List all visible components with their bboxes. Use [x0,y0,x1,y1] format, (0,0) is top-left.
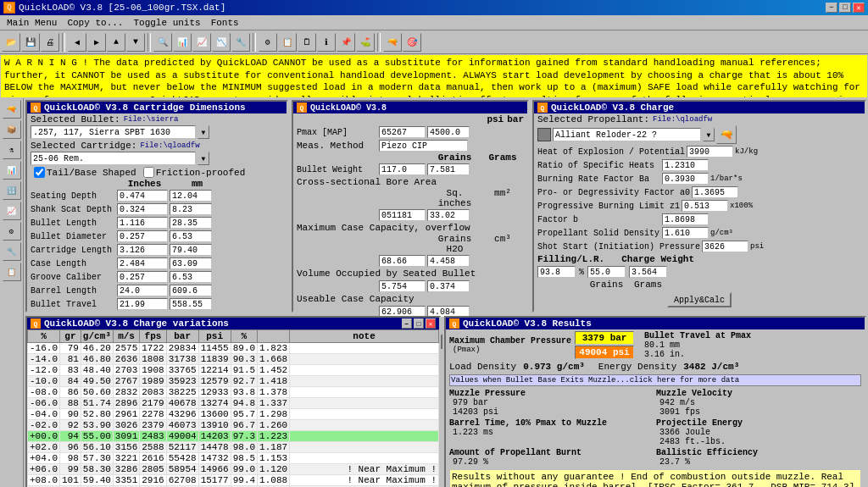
bullet-dropdown-arrow[interactable]: ▼ [198,125,209,139]
toolbar-btn-5[interactable]: ▶ [87,33,106,52]
bullet-select[interactable] [31,125,196,139]
toolbar-btn-13[interactable]: ⚙ [259,33,277,52]
variations-close[interactable]: ✕ [426,318,436,329]
variations-maximize[interactable]: □ [414,318,424,329]
toolbar-btn-1[interactable]: 📂 [2,33,20,52]
charge-field-input-0[interactable] [687,146,733,158]
sidebar-icon-4[interactable]: 📊 [3,161,21,180]
charge-grains-input[interactable] [587,266,626,278]
toolbar-btn-9[interactable]: 📊 [173,33,192,52]
tail-base-checkbox[interactable] [34,167,45,178]
propellant-dropdown-arrow[interactable]: ▼ [703,128,715,141]
sidebar-icon-5[interactable]: 🔢 [3,181,21,200]
dim-mm-8[interactable] [170,298,212,310]
bullet-weight-row: Bullet Weight [293,163,527,176]
toolbar-btn-6[interactable]: ▲ [107,33,125,52]
tail-base-checkbox-label[interactable]: Tail/Base Shaped [34,167,136,178]
vol-seated-input[interactable] [379,280,426,292]
meas-method-input[interactable] [379,140,468,152]
charge-field-input-6[interactable] [662,227,709,239]
charge-field-input-4[interactable] [682,200,728,212]
toolbar-btn-16[interactable]: ℹ [317,33,336,52]
pmax-bar-input[interactable] [427,126,470,138]
sidebar-icon-7[interactable]: ⚙ [3,222,21,241]
dim-mm-0[interactable] [170,190,212,202]
toolbar-btn-7[interactable]: ▼ [126,33,145,52]
menu-fonts[interactable]: Fonts [206,17,244,29]
sidebar-icon-2[interactable]: 📦 [3,120,21,139]
toolbar-btn-18[interactable]: ⛳ [356,33,375,52]
charge-field-input-2[interactable] [662,173,709,185]
dim-inches-3[interactable] [117,230,168,242]
dim-inches-5[interactable] [117,257,168,269]
charge-grams-input[interactable] [629,266,667,278]
max-case-grains-input[interactable] [379,255,426,267]
menu-copy[interactable]: Copy to... [62,17,128,29]
close-button[interactable]: ✕ [853,3,865,13]
toolbar-btn-15[interactable]: 🗒 [298,33,316,52]
cartridge-select[interactable] [31,152,196,165]
dim-inches-2[interactable] [117,217,168,229]
sidebar: 🔫 📦 ⚗ 📊 🔢 📈 ⚙ 🔧 📋 [0,98,24,487]
charge-field-input-5[interactable] [662,213,709,225]
barrel-time-label: Barrel Time, 10% Pmax to Muzzle [449,418,654,428]
charge-cell-12-0: +08.0 [28,475,60,486]
toolbar-btn-17[interactable]: 📌 [337,33,355,52]
toolbar-btn-10[interactable]: 📈 [192,33,211,52]
dim-mm-1[interactable] [170,203,212,215]
charge-cell-1-7: 90.3 [231,354,257,365]
charge-field-input-7[interactable] [702,241,748,252]
cross-sect-sqin-input[interactable] [379,209,426,221]
cartridge-dropdown-arrow[interactable]: ▼ [198,152,209,165]
toolbar-btn-14[interactable]: 📋 [278,33,297,52]
dim-inches-0[interactable] [117,190,168,202]
toolbar-btn-20[interactable]: 🎯 [403,33,421,52]
dim-mm-6[interactable] [170,271,212,283]
propellant-img-icon[interactable]: 🔫 [716,125,737,144]
sidebar-icon-8[interactable]: 🔧 [3,242,21,261]
dim-mm-2[interactable] [170,217,212,229]
charge-field-input-1[interactable] [662,159,709,171]
max-case-cm3-input[interactable] [427,255,470,267]
bullet-weight-grains-input[interactable] [379,163,426,175]
friction-proofed-checkbox[interactable] [143,167,154,178]
charge-cell-7-7: 96.7 [231,420,257,431]
dim-inches-6[interactable] [117,271,168,283]
propellant-select[interactable] [553,128,701,141]
vol-seated-input2[interactable] [427,280,470,292]
charge-field-input-3[interactable] [692,186,738,198]
menu-main[interactable]: Main Menu [2,17,62,29]
dim-mm-7[interactable] [170,285,212,296]
dim-inches-4[interactable] [117,244,168,256]
values-note[interactable]: Values when Bullet Base Exits Muzzle...c… [449,374,861,386]
charge-apply-calc-button[interactable]: Apply&Calc [667,292,732,307]
charge-variations-scroll[interactable]: % gr g/cm³ m/s fps bar psi % note [27,329,439,487]
bullet-weight-grams-input[interactable] [427,163,470,175]
dim-mm-4[interactable] [170,244,212,256]
cross-sect-mm2-input[interactable] [427,209,470,221]
dim-inches-7[interactable] [117,285,168,296]
sidebar-icon-6[interactable]: 📈 [3,202,21,220]
friction-proofed-checkbox-label[interactable]: Friction-proofed [143,167,246,178]
minimize-button[interactable]: − [826,3,837,13]
sidebar-icon-9[interactable]: 📋 [3,263,21,281]
toolbar-btn-11[interactable]: 📉 [212,33,231,52]
filling-pct-input[interactable] [537,266,576,278]
toolbar-btn-2[interactable]: 💾 [21,33,40,52]
toolbar-btn-8[interactable]: 🔍 [153,33,172,52]
sidebar-icon-3[interactable]: ⚗ [3,141,21,159]
dim-mm-5[interactable] [170,257,212,269]
toolbar-btn-19[interactable]: 🔫 [383,33,402,52]
dim-mm-3[interactable] [170,230,212,242]
sidebar-icon-1[interactable]: 🔫 [3,100,21,119]
variations-minimize[interactable]: − [402,318,412,329]
toolbar-btn-4[interactable]: ◀ [68,33,86,52]
dim-inches-1[interactable] [117,203,168,215]
menu-toggle[interactable]: Toggle units [128,17,205,29]
toolbar-btn-12[interactable]: 🔧 [231,33,250,52]
charge-cell-11-2: 58.30 [81,464,113,475]
pmax-psi-input[interactable] [379,126,426,138]
maximize-button[interactable]: □ [839,3,851,13]
toolbar-btn-3[interactable]: 🖨 [41,33,59,52]
dim-inches-8[interactable] [117,298,168,310]
